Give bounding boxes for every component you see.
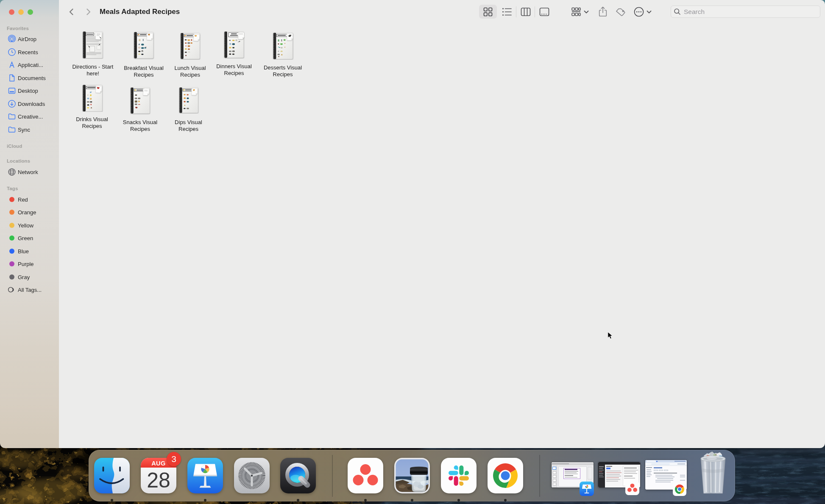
svg-text:AUG: AUG [151,460,166,467]
svg-text:28: 28 [147,468,170,492]
